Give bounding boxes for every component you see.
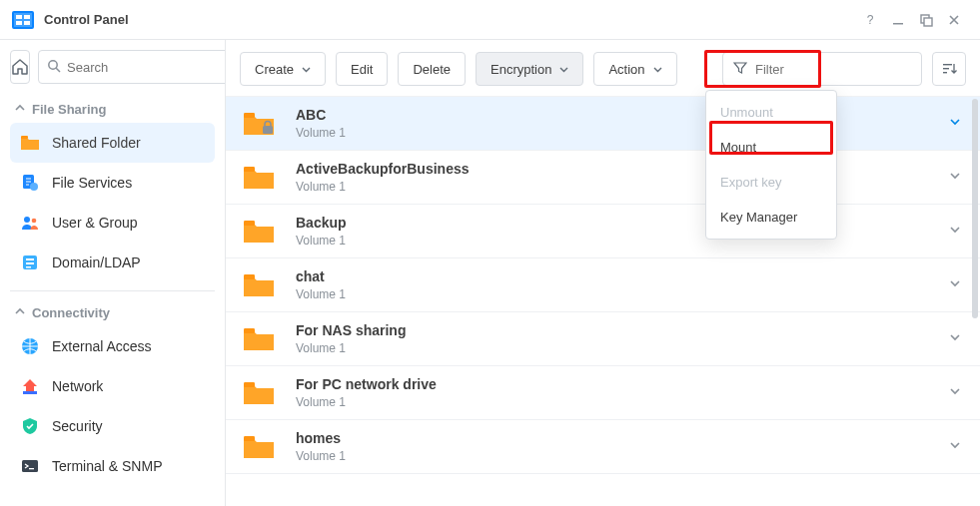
- filter-box[interactable]: [722, 52, 922, 86]
- sidebar-item-file-services[interactable]: File Services: [10, 163, 215, 203]
- section-file-sharing[interactable]: File Sharing: [10, 96, 215, 123]
- sidebar-item-label: File Services: [52, 175, 132, 191]
- edit-button[interactable]: Edit: [336, 52, 388, 86]
- network-icon: [20, 376, 40, 396]
- search-input[interactable]: [67, 60, 226, 75]
- search-box[interactable]: [38, 50, 226, 84]
- help-icon[interactable]: ?: [856, 6, 884, 34]
- svg-rect-17: [26, 258, 34, 260]
- chevron-down-icon[interactable]: [948, 384, 962, 401]
- folder-icon: [242, 324, 278, 354]
- svg-point-15: [32, 219, 37, 224]
- svg-point-10: [49, 60, 57, 68]
- filter-input[interactable]: [755, 62, 923, 77]
- section-label: Connectivity: [32, 305, 110, 320]
- sidebar-item-security[interactable]: Security: [10, 406, 215, 446]
- svg-rect-32: [244, 328, 255, 333]
- sidebar-item-network[interactable]: Network: [10, 366, 215, 406]
- svg-rect-11: [21, 136, 28, 139]
- menu-item-key-manager[interactable]: Key Manager: [706, 200, 836, 235]
- folder-row[interactable]: BackupVolume 1: [226, 205, 980, 258]
- sidebar-item-user-group[interactable]: User & Group: [10, 203, 215, 243]
- chevron-up-icon: [14, 102, 26, 117]
- folder-name: ABC: [296, 107, 948, 123]
- folder-name: Backup: [296, 215, 948, 231]
- svg-rect-4: [16, 21, 22, 25]
- divider: [10, 290, 215, 291]
- domain-ldap-icon: [20, 253, 40, 272]
- folder-name: For PC network drive: [296, 376, 948, 392]
- file-services-icon: [20, 173, 40, 193]
- window-minimize-icon[interactable]: [884, 6, 912, 34]
- chevron-down-icon[interactable]: [948, 330, 962, 347]
- sidebar-item-shared-folder[interactable]: Shared Folder: [10, 123, 215, 163]
- folder-subtitle: Volume 1: [296, 341, 948, 355]
- folder-icon: [20, 133, 40, 153]
- delete-button[interactable]: Delete: [398, 52, 466, 86]
- encryption-button[interactable]: Encryption: [476, 52, 583, 86]
- toolbar: Create Edit Delete Encryption Action: [226, 40, 980, 96]
- folder-name: homes: [296, 430, 948, 446]
- terminal-icon: [20, 456, 40, 476]
- sidebar-item-terminal-snmp[interactable]: Terminal & SNMP: [10, 446, 215, 486]
- sidebar-item-label: Terminal & SNMP: [52, 458, 162, 474]
- control-panel-icon: [12, 9, 34, 31]
- caret-down-icon: [559, 62, 568, 77]
- folder-subtitle: Volume 1: [296, 287, 948, 301]
- svg-text:?: ?: [867, 13, 874, 27]
- chevron-down-icon[interactable]: [948, 169, 962, 186]
- svg-rect-34: [244, 436, 255, 441]
- folder-row[interactable]: ActiveBackupforBusinessVolume 1: [226, 151, 980, 205]
- sidebar-item-label: Security: [52, 418, 103, 434]
- folder-icon: [242, 270, 278, 300]
- menu-item-mount[interactable]: Mount: [706, 130, 836, 165]
- svg-rect-24: [943, 64, 952, 65]
- user-group-icon: [20, 213, 40, 233]
- home-button[interactable]: [10, 50, 30, 84]
- titlebar: Control Panel ?: [0, 0, 980, 40]
- sidebar-item-domain-ldap[interactable]: Domain/LDAP: [10, 243, 215, 282]
- svg-rect-26: [943, 72, 947, 73]
- chevron-down-icon[interactable]: [948, 438, 962, 455]
- section-connectivity[interactable]: Connectivity: [10, 299, 215, 326]
- chevron-down-icon[interactable]: [948, 276, 962, 293]
- sidebar-item-label: Shared Folder: [52, 135, 141, 151]
- svg-rect-2: [16, 15, 22, 19]
- encryption-dropdown: Unmount Mount Export key Key Manager: [705, 90, 837, 240]
- create-button[interactable]: Create: [240, 52, 326, 86]
- svg-rect-3: [24, 15, 30, 19]
- action-button[interactable]: Action: [593, 52, 676, 86]
- caret-down-icon: [653, 62, 662, 77]
- sidebar-item-external-access[interactable]: External Access: [10, 326, 215, 366]
- folder-list: ABCVolume 1ActiveBackupforBusinessVolume…: [226, 96, 980, 506]
- folder-name: chat: [296, 268, 948, 284]
- section-label: File Sharing: [32, 102, 106, 117]
- window-maximize-icon[interactable]: [912, 6, 940, 34]
- sidebar-item-label: Network: [52, 378, 103, 394]
- svg-rect-25: [943, 68, 949, 69]
- folder-row[interactable]: For NAS sharingVolume 1: [226, 312, 980, 366]
- chevron-up-icon: [14, 305, 26, 320]
- folder-subtitle: Volume 1: [296, 395, 948, 409]
- folder-row[interactable]: ABCVolume 1: [226, 97, 980, 151]
- svg-rect-28: [263, 126, 273, 134]
- folder-name: For NAS sharing: [296, 322, 948, 338]
- svg-rect-19: [26, 266, 31, 268]
- folder-name: ActiveBackupforBusiness: [296, 161, 948, 177]
- sidebar-item-label: User & Group: [52, 215, 138, 231]
- folder-row[interactable]: For PC network driveVolume 1: [226, 366, 980, 420]
- scrollbar[interactable]: [972, 99, 978, 318]
- sort-button[interactable]: [932, 52, 966, 86]
- folder-row[interactable]: homesVolume 1: [226, 420, 980, 474]
- chevron-down-icon[interactable]: [948, 115, 962, 132]
- folder-row[interactable]: chatVolume 1: [226, 258, 980, 312]
- chevron-down-icon[interactable]: [948, 223, 962, 240]
- window-title: Control Panel: [44, 12, 129, 27]
- folder-icon: [242, 378, 278, 408]
- window-close-icon[interactable]: [940, 6, 968, 34]
- svg-rect-7: [893, 23, 903, 25]
- main-panel: Create Edit Delete Encryption Action ABC…: [226, 40, 980, 506]
- sidebar: File Sharing Shared Folder File Services…: [0, 40, 226, 506]
- sidebar-item-label: Domain/LDAP: [52, 254, 141, 270]
- svg-rect-23: [29, 468, 34, 469]
